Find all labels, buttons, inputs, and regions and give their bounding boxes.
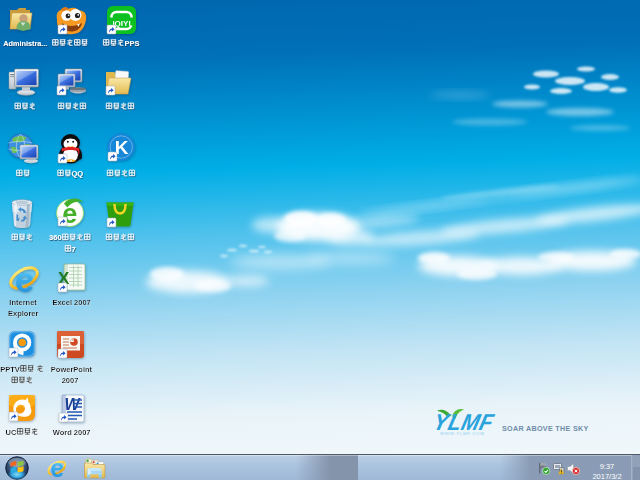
svg-text:PPS: PPS [124,39,139,48]
svg-text:2007: 2007 [62,376,79,385]
svg-text:Administra...: Administra... [3,39,47,48]
svg-text:e: e [50,454,64,480]
svg-text:2017/3/2: 2017/3/2 [592,472,621,480]
svg-text:SOAR ABOVE THE SKY: SOAR ABOVE THE SKY [502,424,589,433]
svg-text:Word 2007: Word 2007 [53,428,91,437]
svg-text:PPTV: PPTV [0,365,20,374]
svg-text:UC: UC [6,428,17,437]
svg-text:360: 360 [49,233,62,242]
svg-text:9:37: 9:37 [600,462,615,471]
svg-text:Explorer: Explorer [8,309,39,318]
svg-text:PowerPoint: PowerPoint [51,365,93,374]
svg-text:Excel 2007: Excel 2007 [52,298,90,307]
svg-text:QQ: QQ [72,169,84,178]
svg-text:e: e [15,260,34,299]
svg-text:7: 7 [72,245,76,254]
svg-text:W: W [65,396,82,413]
svg-text:WWW.YLMF.COM: WWW.YLMF.COM [440,431,485,436]
svg-text:Internet: Internet [9,298,37,307]
